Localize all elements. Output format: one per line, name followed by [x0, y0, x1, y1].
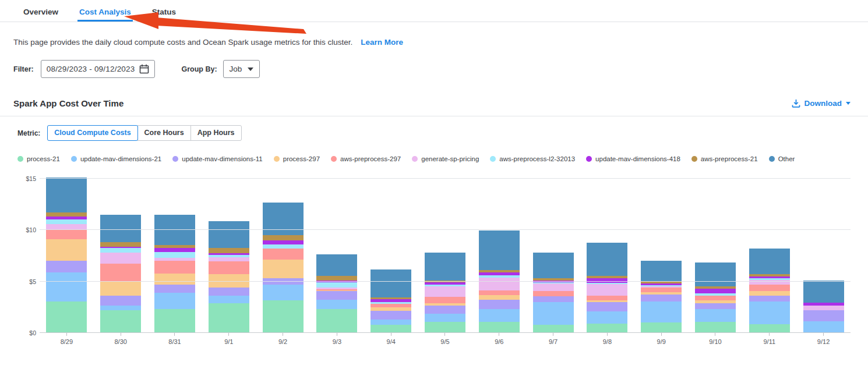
bar-segment-aws-preprocess-l2-32013[interactable]: [263, 244, 304, 249]
legend-item-process-297[interactable]: process-297: [274, 155, 320, 162]
bar-segment-generate-sp-pricing[interactable]: [479, 278, 520, 290]
bar-segment-aws-preprocess-l2-32013[interactable]: [100, 248, 141, 253]
bar-segment-update-mav-dimensions-418[interactable]: [263, 240, 304, 244]
bar-segment-process-21[interactable]: [533, 325, 574, 333]
bar-segment-process-21[interactable]: [154, 309, 195, 333]
download-button[interactable]: Download: [792, 99, 851, 108]
bar-segment-generate-sp-pricing[interactable]: [425, 286, 465, 297]
stacked-bar-9-3[interactable]: [316, 254, 357, 333]
bar-segment-update-mav-dimensions-21[interactable]: [749, 301, 790, 324]
date-range-picker[interactable]: 08/29/2023 - 09/12/2023: [41, 60, 156, 78]
bar-segment-process-297[interactable]: [46, 239, 87, 261]
calendar-icon[interactable]: [139, 64, 149, 74]
bar-segment-process-21[interactable]: [100, 310, 141, 333]
bar-segment-other[interactable]: [803, 281, 844, 303]
stacked-bar-9-2[interactable]: [263, 203, 304, 333]
bar-segment-other[interactable]: [46, 178, 87, 212]
bar-segment-update-mav-dimensions-21[interactable]: [533, 302, 574, 325]
bar-segment-update-mav-dimensions-11[interactable]: [425, 306, 465, 314]
bar-segment-process-21[interactable]: [695, 322, 736, 333]
bar-segment-aws-preprocess-21[interactable]: [100, 242, 141, 247]
learn-more-link[interactable]: Learn More: [361, 38, 403, 47]
bar-segment-update-mav-dimensions-21[interactable]: [479, 309, 520, 322]
bar-segment-other[interactable]: [479, 230, 520, 270]
bar-segment-aws-preprocess-21[interactable]: [209, 248, 249, 253]
bar-segment-process-21[interactable]: [316, 309, 357, 333]
stacked-bar-8-30[interactable]: [100, 215, 141, 333]
stacked-bar-9-12[interactable]: [803, 281, 844, 333]
bar-segment-update-mav-dimensions-21[interactable]: [425, 314, 465, 321]
bar-segment-process-21[interactable]: [641, 322, 682, 333]
stacked-bar-9-11[interactable]: [749, 249, 790, 333]
bar-segment-update-mav-dimensions-11[interactable]: [479, 300, 520, 308]
group-by-select[interactable]: Job: [223, 60, 260, 78]
bar-segment-aws-preprocess-21[interactable]: [316, 276, 357, 281]
bar-segment-update-mav-dimensions-21[interactable]: [100, 306, 141, 310]
bar-segment-update-mav-dimensions-21[interactable]: [695, 309, 736, 322]
bar-segment-update-mav-dimensions-11[interactable]: [533, 296, 574, 302]
bar-segment-aws-preprocess-l2-32013[interactable]: [46, 219, 87, 224]
legend-item-update-mav-dimensions-418[interactable]: update-mav-dimensions-418: [586, 155, 680, 162]
stacked-bar-9-8[interactable]: [587, 243, 627, 333]
bar-segment-generate-sp-pricing[interactable]: [209, 257, 249, 261]
bar-segment-update-mav-dimensions-21[interactable]: [803, 321, 844, 333]
bar-segment-other[interactable]: [641, 261, 682, 281]
bar-segment-other[interactable]: [209, 221, 249, 249]
bar-segment-other[interactable]: [695, 263, 736, 286]
bar-segment-aws-preprocess-297[interactable]: [479, 290, 520, 295]
bar-segment-aws-preprocess-297[interactable]: [263, 249, 304, 260]
bar-segment-generate-sp-pricing[interactable]: [803, 306, 844, 310]
bar-segment-update-mav-dimensions-21[interactable]: [371, 320, 411, 325]
date-range-value[interactable]: 08/29/2023 - 09/12/2023: [47, 65, 135, 73]
bar-segment-process-21[interactable]: [263, 300, 304, 333]
bar-segment-aws-preprocess-l2-32013[interactable]: [154, 252, 195, 258]
bar-segment-update-mav-dimensions-11[interactable]: [100, 296, 141, 306]
legend-item-other[interactable]: Other: [769, 155, 795, 162]
bar-segment-other[interactable]: [316, 254, 357, 276]
legend-item-update-mav-dimensions-21[interactable]: update-mav-dimensions-21: [71, 155, 161, 162]
stacked-bar-9-4[interactable]: [371, 269, 411, 333]
bar-segment-aws-preprocess-297[interactable]: [749, 285, 790, 291]
bar-segment-other[interactable]: [587, 243, 627, 276]
stacked-bar-8-29[interactable]: [46, 178, 87, 333]
bar-segment-aws-preprocess-297[interactable]: [641, 288, 682, 292]
bar-segment-other[interactable]: [263, 203, 304, 236]
metric-option-cloud-compute-costs[interactable]: Cloud Compute Costs: [47, 125, 137, 141]
bar-segment-update-mav-dimensions-21[interactable]: [46, 272, 87, 301]
legend-item-aws-preprocess-297[interactable]: aws-preprocess-297: [331, 155, 401, 162]
bar-segment-process-21[interactable]: [209, 303, 249, 333]
stacked-bar-9-1[interactable]: [209, 221, 249, 333]
bar-segment-other[interactable]: [533, 253, 574, 278]
tab-cost-analysis[interactable]: Cost Analysis: [77, 0, 133, 22]
tab-status[interactable]: Status: [150, 0, 178, 22]
bar-segment-generate-sp-pricing[interactable]: [533, 283, 574, 290]
legend-item-aws-preprocess-21[interactable]: aws-preprocess-21: [691, 155, 758, 162]
bar-segment-other[interactable]: [425, 253, 465, 281]
bar-segment-update-mav-dimensions-11[interactable]: [316, 291, 357, 299]
bar-segment-aws-preprocess-297[interactable]: [587, 296, 627, 300]
bar-segment-aws-preprocess-297[interactable]: [209, 261, 249, 274]
bar-segment-process-297[interactable]: [154, 274, 195, 285]
bar-segment-update-mav-dimensions-11[interactable]: [641, 295, 682, 301]
bar-segment-process-21[interactable]: [425, 322, 465, 333]
bar-segment-update-mav-dimensions-21[interactable]: [316, 300, 357, 310]
stacked-bar-9-10[interactable]: [695, 263, 736, 333]
bar-segment-process-297[interactable]: [100, 281, 141, 296]
bar-segment-update-mav-dimensions-11[interactable]: [154, 285, 195, 293]
bar-segment-other[interactable]: [100, 215, 141, 242]
bar-segment-generate-sp-pricing[interactable]: [587, 284, 627, 295]
bar-segment-aws-preprocess-21[interactable]: [263, 235, 304, 240]
bar-segment-update-mav-dimensions-11[interactable]: [749, 296, 790, 302]
bar-segment-aws-preprocess-297[interactable]: [425, 297, 465, 303]
bar-segment-other[interactable]: [749, 249, 790, 274]
bar-segment-other[interactable]: [371, 269, 411, 298]
bar-segment-update-mav-dimensions-11[interactable]: [587, 302, 627, 311]
bar-segment-process-297[interactable]: [479, 295, 520, 300]
bar-segment-update-mav-dimensions-11[interactable]: [46, 261, 87, 272]
legend-item-update-mav-dimensions-11[interactable]: update-mav-dimensions-11: [172, 155, 263, 162]
metric-option-app-hours[interactable]: App Hours: [190, 125, 242, 141]
bar-segment-generate-sp-pricing[interactable]: [46, 224, 87, 230]
bar-segment-process-21[interactable]: [749, 324, 790, 333]
bar-segment-update-mav-dimensions-11[interactable]: [695, 303, 736, 310]
stacked-bar-9-5[interactable]: [425, 253, 465, 333]
